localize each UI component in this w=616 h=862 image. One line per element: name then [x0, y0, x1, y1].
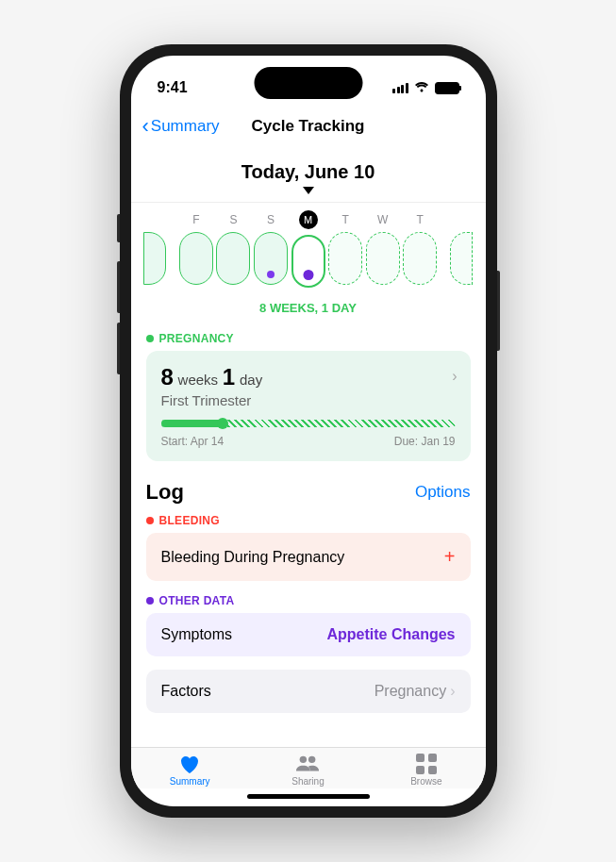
signal-icon [392, 83, 408, 93]
day-label: T [417, 213, 424, 226]
today-marker-icon [303, 187, 314, 194]
bleeding-label: Bleeding During Pregnancy [161, 549, 345, 566]
options-button[interactable]: Options [415, 483, 471, 502]
day-pill[interactable] [254, 232, 288, 285]
day-pill[interactable] [216, 232, 250, 285]
day-label: W [377, 213, 388, 226]
today-header: Today, June 10 [146, 161, 471, 194]
tab-browse[interactable]: Browse [384, 754, 469, 787]
tab-bar: Summary Sharing Browse [131, 747, 486, 788]
day-label: S [267, 213, 275, 226]
people-icon [295, 754, 320, 774]
phone-frame: 9:41 ‹ Summary Cycle Tracking Today, Jun… [120, 44, 497, 818]
svg-point-0 [300, 756, 307, 763]
svg-rect-5 [428, 766, 437, 774]
pregnancy-card[interactable]: 8 weeks 1 day First Trimester › Start: A… [146, 351, 471, 461]
grid-icon [414, 754, 439, 774]
pregnancy-trimester: First Trimester [161, 392, 456, 408]
day-pill[interactable] [366, 232, 400, 285]
pregnancy-tag: PREGNANCY [146, 332, 471, 345]
chevron-left-icon: ‹ [142, 114, 149, 139]
bleeding-tag: BLEEDING [146, 514, 471, 527]
heart-icon [177, 754, 202, 774]
wifi-icon [414, 82, 429, 93]
day-label: F [192, 213, 199, 226]
other-data-tag: OTHER DATA [146, 594, 471, 607]
svg-rect-2 [416, 754, 425, 762]
pregnancy-progress-bar [161, 420, 456, 427]
nav-bar: ‹ Summary Cycle Tracking [131, 107, 486, 146]
chevron-right-icon: › [450, 683, 455, 700]
symptoms-row[interactable]: Symptoms Appetite Changes [146, 613, 471, 656]
symptoms-value: Appetite Changes [326, 626, 455, 643]
bleeding-row[interactable]: Bleeding During Pregnancy + [146, 533, 471, 581]
log-title: Log [146, 480, 184, 505]
day-pill[interactable] [450, 232, 473, 285]
day-pill[interactable] [143, 232, 166, 285]
day-pill-current[interactable] [291, 235, 325, 288]
page-title: Cycle Tracking [251, 117, 364, 136]
tab-summary[interactable]: Summary [147, 754, 232, 787]
factors-row[interactable]: Factors Pregnancy › [146, 670, 471, 713]
pregnancy-dates: Start: Apr 14 Due: Jan 19 [161, 435, 456, 448]
day-label: S [229, 213, 237, 226]
day-label-current: M [299, 210, 318, 229]
week-strip[interactable]: - F S S M T W T - [131, 202, 486, 297]
dynamic-island [254, 67, 362, 99]
back-button[interactable]: ‹ Summary [142, 114, 220, 139]
day-label: T [341, 213, 348, 226]
progress-label: 8 WEEKS, 1 DAY [146, 301, 471, 315]
tab-sharing[interactable]: Sharing [265, 754, 350, 787]
back-label: Summary [151, 117, 220, 136]
battery-icon [435, 82, 459, 94]
factors-label: Factors [161, 683, 211, 700]
home-indicator[interactable] [247, 794, 370, 799]
symptoms-label: Symptoms [161, 626, 233, 643]
day-pill[interactable] [328, 232, 362, 285]
pregnancy-duration: 8 weeks 1 day [161, 364, 456, 390]
content-scroll[interactable]: Today, June 10 - F S S M T W T - 8 WEEKS… [131, 146, 486, 747]
plus-icon: + [444, 546, 456, 568]
svg-point-1 [308, 756, 315, 763]
svg-rect-4 [416, 766, 425, 774]
chevron-right-icon: › [452, 368, 457, 385]
day-pill[interactable] [179, 232, 213, 285]
svg-rect-3 [428, 754, 437, 762]
factors-value: Pregnancy [375, 683, 447, 700]
day-pill[interactable] [403, 232, 437, 285]
status-time: 9:41 [158, 79, 188, 96]
screen: 9:41 ‹ Summary Cycle Tracking Today, Jun… [131, 56, 486, 806]
